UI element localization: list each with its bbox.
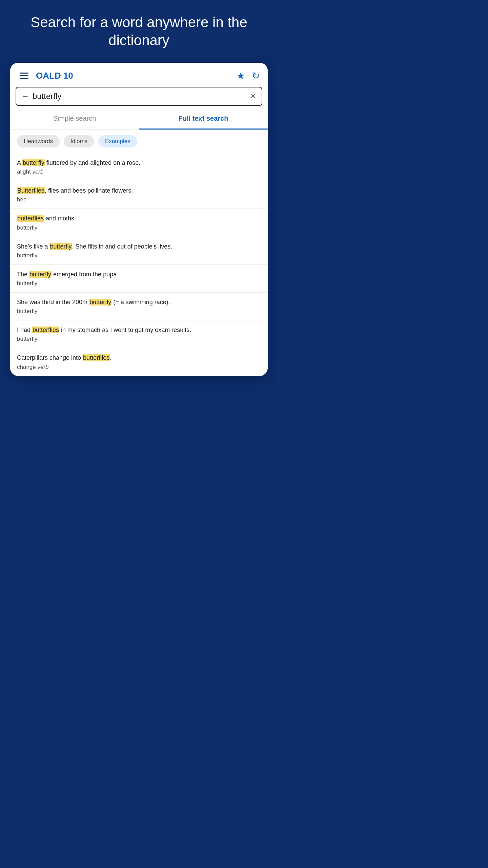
result-headword: change verb bbox=[17, 364, 261, 371]
search-input[interactable] bbox=[33, 92, 247, 101]
history-icon[interactable]: ↻ bbox=[252, 70, 260, 81]
tab-full-text-search[interactable]: Full text search bbox=[139, 108, 268, 130]
back-icon[interactable]: ← bbox=[22, 92, 29, 101]
clear-icon[interactable]: ✕ bbox=[250, 92, 256, 101]
result-sentence: I had butterflies in my stomach as I wen… bbox=[17, 326, 261, 334]
list-item[interactable]: She was third in the 200m butterfly (= a… bbox=[10, 293, 268, 320]
filter-headwords[interactable]: Headwords bbox=[17, 135, 60, 147]
result-sentence: She's like a butterfly. She flits in and… bbox=[17, 242, 261, 251]
result-headword: bee bbox=[17, 196, 261, 203]
highlighted-word: butterflies bbox=[83, 354, 110, 361]
hamburger-menu-button[interactable] bbox=[18, 71, 30, 80]
nav-icons: ★ ↻ bbox=[237, 70, 260, 81]
result-sentence: She was third in the 200m butterfly (= a… bbox=[17, 298, 261, 307]
result-sentence: Caterpillars change into butterflies. bbox=[17, 354, 261, 362]
highlighted-word: butterflies bbox=[32, 327, 59, 333]
result-sentence: A butterfly fluttered by and alighted on… bbox=[17, 159, 261, 167]
result-sentence: The butterfly emerged from the pupa. bbox=[17, 270, 261, 279]
filter-idioms[interactable]: Idioms bbox=[64, 135, 94, 147]
app-navbar: OALD 10 ★ ↻ bbox=[10, 63, 268, 87]
list-item[interactable]: butterflies and mothsbutterfly bbox=[10, 209, 268, 237]
app-card: OALD 10 ★ ↻ ← ✕ Simple search Full text … bbox=[10, 63, 268, 376]
result-headword: alight verb bbox=[17, 169, 261, 175]
result-headword: butterfly bbox=[17, 336, 261, 342]
result-headword: butterfly bbox=[17, 252, 261, 259]
result-sentence: butterflies and moths bbox=[17, 214, 261, 223]
list-item[interactable]: Caterpillars change into butterflies.cha… bbox=[10, 348, 268, 376]
list-item[interactable]: I had butterflies in my stomach as I wen… bbox=[10, 320, 268, 348]
highlighted-word: butterfly bbox=[50, 243, 72, 250]
result-sentence: Butterflies, flies and bees pollinate fl… bbox=[17, 186, 261, 195]
highlighted-word: butterflies bbox=[17, 215, 44, 222]
results-list: A butterfly fluttered by and alighted on… bbox=[10, 153, 268, 376]
tabs-section: Simple search Full text search bbox=[10, 108, 268, 130]
highlighted-word: butterfly bbox=[89, 299, 111, 305]
search-bar: ← ✕ bbox=[16, 87, 262, 106]
tab-simple-search[interactable]: Simple search bbox=[10, 108, 139, 130]
list-item[interactable]: The butterfly emerged from the pupa.butt… bbox=[10, 265, 268, 293]
page-title: Search for a word anywhere in the dictio… bbox=[20, 14, 258, 49]
list-item[interactable]: A butterfly fluttered by and alighted on… bbox=[10, 153, 268, 181]
filter-pills: Headwords Idioms Examples bbox=[10, 130, 268, 153]
result-headword: butterfly bbox=[17, 280, 261, 287]
result-headword: butterfly bbox=[17, 308, 261, 315]
highlighted-word: Butterflies bbox=[17, 187, 45, 194]
list-item[interactable]: Butterflies, flies and bees pollinate fl… bbox=[10, 181, 268, 209]
filter-examples[interactable]: Examples bbox=[98, 135, 137, 147]
list-item[interactable]: She's like a butterfly. She flits in and… bbox=[10, 237, 268, 265]
result-headword: butterfly bbox=[17, 224, 261, 231]
header-section: Search for a word anywhere in the dictio… bbox=[0, 0, 278, 59]
highlighted-word: butterfly bbox=[29, 271, 52, 278]
bookmark-icon[interactable]: ★ bbox=[237, 70, 245, 81]
highlighted-word: butterfly bbox=[22, 159, 45, 166]
app-title: OALD 10 bbox=[36, 71, 237, 81]
